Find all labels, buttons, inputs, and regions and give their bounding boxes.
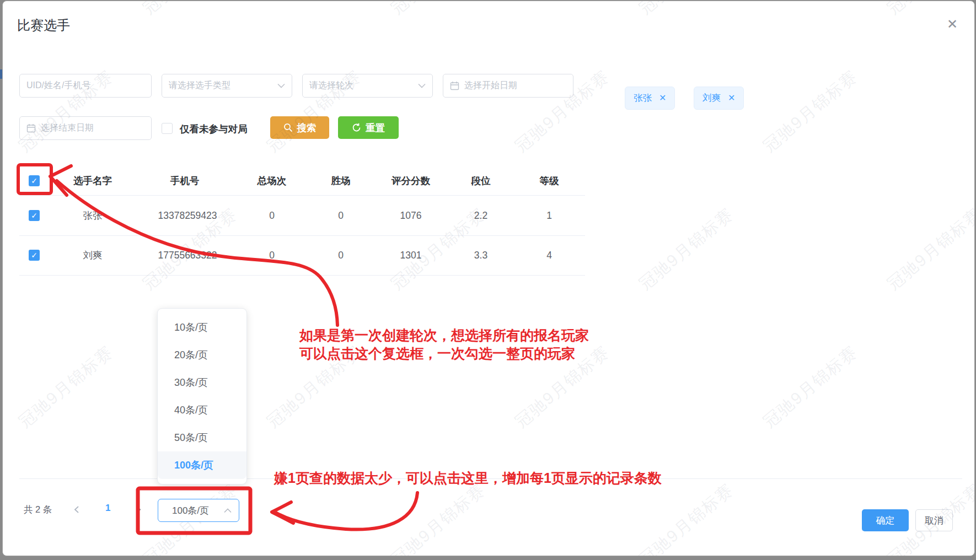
round-placeholder: 请选择轮次 xyxy=(309,80,415,91)
watermark-text: 冠驰9月锦标赛 xyxy=(387,479,490,556)
player-type-select[interactable]: 请选择选手类型 xyxy=(162,74,292,98)
cell-wins: 0 xyxy=(338,250,344,261)
page-size-select[interactable]: 100条/页 xyxy=(158,499,239,522)
selected-tag: 刘爽 ✕ xyxy=(694,87,744,110)
watermark-text: 冠驰9月锦标赛 xyxy=(138,1,242,19)
background-edge-artifact xyxy=(0,69,2,79)
column-header: 手机号 xyxy=(170,174,200,187)
annotation-arrowhead xyxy=(272,502,293,523)
cell-rank: 3.3 xyxy=(474,250,487,261)
cell-wins: 0 xyxy=(338,209,344,221)
page-size-value: 100条/页 xyxy=(172,504,209,517)
refresh-icon xyxy=(352,123,361,132)
cell-phone: 17755663322 xyxy=(158,250,217,261)
page-size-dropdown: 10条/页 20条/页 30条/页 40条/页 50条/页 100条/页 xyxy=(157,308,247,484)
page-size-option[interactable]: 40条/页 xyxy=(158,396,246,424)
selected-tag-label: 张张 xyxy=(634,92,652,104)
watermark-text: 冠驰9月锦标赛 xyxy=(759,341,862,433)
watermark-text: 冠驰9月锦标赛 xyxy=(635,1,738,19)
annotation-page-size-text: 嫌1页查的数据太少，可以点击这里，增加每1页显示的记录条数 xyxy=(274,469,662,487)
chevron-down-icon xyxy=(418,83,426,88)
table-divider xyxy=(19,275,585,276)
column-header: 选手名字 xyxy=(73,174,112,187)
watermark-text: 冠驰9月锦标赛 xyxy=(14,341,118,433)
watermark-text: 冠驰9月锦标赛 xyxy=(387,1,490,19)
row-checkbox[interactable] xyxy=(29,210,40,221)
round-select[interactable]: 请选择轮次 xyxy=(302,74,433,98)
column-header: 等级 xyxy=(540,174,559,187)
players-dialog: 比赛选手 ✕ UID/姓名/手机号 请选择选手类型 请选择轮次 xyxy=(2,1,975,556)
cell-phone: 13378259423 xyxy=(158,209,217,221)
tag-remove-icon[interactable]: ✕ xyxy=(659,94,666,103)
table-row: 刘爽 17755663322 0 0 1301 3.3 4 xyxy=(3,235,609,275)
start-date-picker[interactable]: 选择开始日期 xyxy=(443,74,573,98)
confirm-button[interactable]: 确定 xyxy=(862,509,909,531)
watermark-text: 冠驰9月锦标赛 xyxy=(759,66,862,158)
table-header-row: 选手名字 手机号 总场次 胜场 评分分数 段位 等级 xyxy=(3,166,609,195)
end-date-placeholder: 选择结束日期 xyxy=(41,122,144,134)
column-header: 总场次 xyxy=(258,174,287,187)
reset-button[interactable]: 重置 xyxy=(338,116,399,139)
calendar-icon xyxy=(450,81,459,90)
page-size-option[interactable]: 20条/页 xyxy=(158,341,246,369)
confirm-button-label: 确定 xyxy=(876,514,895,527)
only-unplayed-checkbox[interactable] xyxy=(162,123,173,134)
cell-total: 0 xyxy=(269,209,275,221)
page-size-option-selected[interactable]: 100条/页 xyxy=(158,451,246,479)
cell-score: 1076 xyxy=(400,209,422,221)
cell-name: 张张 xyxy=(83,209,103,222)
cell-rank: 2.2 xyxy=(474,209,487,221)
annotation-line: 可以点击这个复选框，一次勾选一整页的玩家 xyxy=(299,344,589,363)
column-header: 评分分数 xyxy=(392,174,430,187)
page-number[interactable]: 1 xyxy=(105,503,110,514)
calendar-icon xyxy=(26,123,36,133)
cell-name: 刘爽 xyxy=(83,249,103,262)
chevron-left-icon[interactable] xyxy=(73,505,80,514)
search-button[interactable]: 搜索 xyxy=(270,116,329,139)
watermark-text: 冠驰9月锦标赛 xyxy=(635,479,738,556)
watermark-text: 冠驰9月锦标赛 xyxy=(883,1,975,19)
row-checkbox[interactable] xyxy=(29,250,40,261)
annotation-line: 如果是第一次创建轮次，想选择所有的报名玩家 xyxy=(299,326,589,344)
watermark-text: 冠驰9月锦标赛 xyxy=(635,203,738,295)
total-count-label: 共 2 条 xyxy=(24,504,52,516)
page-size-option[interactable]: 10条/页 xyxy=(158,314,246,341)
tag-remove-icon[interactable]: ✕ xyxy=(728,94,735,103)
keyword-placeholder: UID/姓名/手机号 xyxy=(26,80,144,91)
cell-score: 1301 xyxy=(400,250,422,261)
cell-level: 4 xyxy=(546,250,552,261)
player-type-placeholder: 请选择选手类型 xyxy=(169,80,274,91)
chevron-down-icon xyxy=(277,83,285,88)
start-date-placeholder: 选择开始日期 xyxy=(464,80,566,91)
search-button-label: 搜索 xyxy=(297,121,317,134)
cell-total: 0 xyxy=(269,250,275,261)
cell-level: 1 xyxy=(546,209,552,221)
cancel-button-label: 取消 xyxy=(925,514,943,527)
page-size-option[interactable]: 50条/页 xyxy=(158,424,246,451)
close-icon[interactable]: ✕ xyxy=(947,18,958,31)
selected-tag: 张张 ✕ xyxy=(625,87,675,110)
annotation-arrow-to-page-size xyxy=(277,493,417,530)
annotation-select-all-text: 如果是第一次创建轮次，想选择所有的报名玩家 可以点击这个复选框，一次勾选一整页的… xyxy=(299,326,589,363)
column-header: 胜场 xyxy=(331,174,351,187)
chevron-up-icon xyxy=(224,508,232,513)
select-all-checkbox[interactable] xyxy=(29,175,40,186)
reset-button-label: 重置 xyxy=(366,121,385,134)
keyword-input[interactable]: UID/姓名/手机号 xyxy=(19,74,152,98)
table-row: 张张 13378259423 0 0 1076 2.2 1 xyxy=(3,195,609,235)
watermark-text: 冠驰9月锦标赛 xyxy=(883,203,975,295)
dialog-title: 比赛选手 xyxy=(17,17,70,34)
end-date-picker[interactable]: 选择结束日期 xyxy=(19,116,152,140)
cancel-button[interactable]: 取消 xyxy=(915,509,953,531)
screen: 比赛选手 ✕ UID/姓名/手机号 请选择选手类型 请选择轮次 xyxy=(0,0,976,560)
selected-tag-label: 刘爽 xyxy=(702,92,721,104)
only-unplayed-label: 仅看未参与对局 xyxy=(180,122,248,136)
chevron-right-icon[interactable] xyxy=(135,505,142,514)
column-header: 段位 xyxy=(471,174,491,187)
page-size-option[interactable]: 30条/页 xyxy=(158,369,246,396)
magnifier-icon xyxy=(283,123,293,132)
